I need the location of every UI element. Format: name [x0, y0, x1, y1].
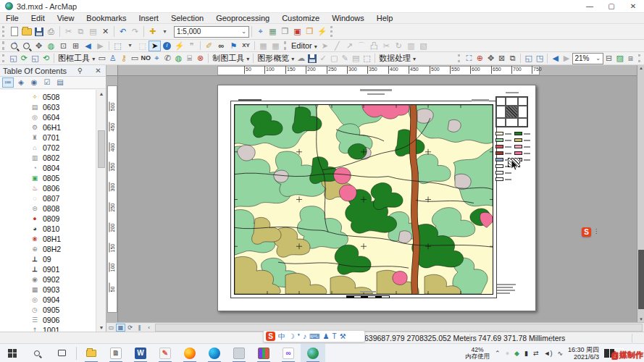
pause-drawing-button[interactable]: ∥	[135, 324, 144, 332]
close-icon[interactable]: ✕	[93, 67, 103, 75]
sketch-tool-icon[interactable]: ╱	[331, 41, 343, 51]
edit-vertices-icon[interactable]: ⌖	[254, 26, 267, 37]
grab-tool-icon[interactable]: ✆	[162, 53, 173, 64]
pan-icon[interactable]: ✥	[33, 41, 45, 51]
antivirus-shield-icon[interactable]: ◆	[514, 350, 519, 357]
table-icon[interactable]: ▦	[267, 26, 279, 37]
menu-windows[interactable]: Windows	[332, 14, 364, 22]
toolbar-grip[interactable]	[2, 26, 6, 37]
mapping-tools-menu[interactable]: 制图工具 ▾	[211, 53, 251, 64]
save-edits-icon[interactable]	[306, 53, 317, 64]
memory-usage-readout[interactable]: 42%内存使用	[465, 347, 490, 360]
toc-layer-0904[interactable]: ◎0904	[0, 295, 96, 305]
toc-layer-0808[interactable]: ⊜0808	[0, 203, 96, 214]
network-icon[interactable]: ∿	[557, 350, 563, 357]
scale-bar[interactable]	[346, 295, 390, 298]
refresh-view-2-icon[interactable]: ⟲	[41, 53, 51, 64]
toolbox-icon[interactable]: ▣	[291, 26, 304, 37]
select-features-icon[interactable]: ⬚	[112, 41, 124, 51]
sogou-logo-icon[interactable]: S	[266, 332, 275, 341]
close-button[interactable]: ✕	[622, 0, 644, 13]
menu-help[interactable]: Help	[377, 14, 393, 22]
magnifier-globe-icon[interactable]: ⌖	[151, 53, 162, 64]
taskbar-app-design-tool[interactable]: ✎	[153, 344, 177, 362]
no-button[interactable]: NO	[141, 53, 151, 64]
editor-arrow-icon[interactable]: ➤	[319, 41, 331, 51]
toc-layer-0901[interactable]: ⊥0901	[0, 264, 96, 274]
surveyor-icon[interactable]: ♙	[107, 53, 118, 64]
toc-layer-0807[interactable]: ◌0807	[0, 193, 96, 203]
sogou-floating-icon[interactable]: S ⋮	[582, 227, 601, 237]
toc-layer-06H1[interactable]: ⚙06H1	[0, 122, 96, 132]
fixed-zoom-out-page-icon[interactable]: ⊠	[496, 53, 507, 64]
pin-icon[interactable]: ⚲	[75, 67, 85, 75]
key-tool-icon[interactable]: ⚷	[118, 53, 129, 64]
rotate-tool-icon[interactable]: ↻	[393, 41, 405, 51]
horizontal-scrollbar[interactable]	[155, 324, 643, 332]
refresh-view-button[interactable]: ⟳	[125, 324, 135, 332]
open-table-2-icon[interactable]: ▦	[269, 41, 282, 51]
toolbox-icon[interactable]: ⚒	[340, 333, 346, 340]
print-icon[interactable]: ⎙	[45, 26, 57, 37]
toc-layer-0802[interactable]: ▥0802	[0, 153, 96, 163]
open-table-icon[interactable]: ▦	[257, 41, 269, 51]
toc-layer-0903[interactable]: ▦0903	[0, 285, 96, 295]
attributes-icon[interactable]: ▥	[405, 41, 417, 51]
toc-layer-1001[interactable]: ↥1001	[0, 325, 96, 332]
resize-page-icon[interactable]: ⧉	[507, 53, 518, 64]
scroll-down-icon[interactable]: ▼	[96, 325, 106, 330]
add-data-icon[interactable]: ✚	[146, 26, 159, 37]
find-binoculars-icon[interactable]: ∞	[215, 41, 227, 51]
toc-layer-0701[interactable]: ♜0701	[0, 132, 96, 143]
layout-view-button[interactable]: ▦	[116, 324, 125, 332]
scrollbar-thumb[interactable]	[98, 130, 105, 168]
add-data-dropdown-icon[interactable]: ▾	[159, 26, 171, 37]
tray-circle-icon[interactable]: ●	[506, 350, 509, 357]
chevron-up-icon[interactable]: ⌃	[495, 350, 501, 357]
menu-selection[interactable]: Selection	[171, 14, 204, 22]
paste-icon[interactable]: ▤	[87, 26, 99, 37]
list-by-visibility-icon[interactable]: ◉	[28, 77, 40, 88]
monitor-icon[interactable]: ⌸	[184, 53, 195, 64]
scroll-down-icon[interactable]: ▼	[637, 317, 644, 321]
layout-zoom-combo[interactable]: 21% ⌄	[572, 53, 604, 64]
ime-toolbar[interactable]: S 中 ☽ ❜ ♪ ⌨ ♟ T ⚒	[263, 330, 365, 342]
trace-tool-icon[interactable]: ⌒	[356, 41, 368, 51]
full-extent-globe-icon[interactable]: ◍	[45, 41, 57, 51]
zoom-whole-page-icon[interactable]: ⛶	[464, 53, 474, 64]
battery-icon[interactable]: ▮	[524, 350, 528, 357]
copy-icon[interactable]: ⧉	[75, 26, 87, 37]
toolbar-grip[interactable]	[2, 54, 6, 63]
menu-insert[interactable]: Insert	[138, 14, 159, 22]
layout-page[interactable]	[217, 85, 536, 311]
clear-selection-icon[interactable]: ⬚	[136, 41, 149, 51]
focus-frame-icon[interactable]: ◳	[534, 53, 545, 64]
open-icon[interactable]	[20, 26, 33, 37]
toggle-draft-icon[interactable]: ◱	[523, 53, 534, 64]
dashed-select-icon[interactable]: ⬚	[361, 53, 372, 64]
shirt-icon[interactable]: T	[333, 333, 337, 340]
locator-index-grid[interactable]	[495, 96, 528, 127]
pan-page-icon[interactable]: ✥	[485, 53, 496, 64]
toc-options-icon[interactable]: ▤	[54, 77, 66, 88]
html-popup-icon[interactable]: ❞	[185, 41, 198, 51]
toc-layer-0603[interactable]: ▤0603	[0, 102, 96, 112]
measure-icon[interactable]: ✐	[203, 41, 215, 51]
usb-icon[interactable]: ⇄	[533, 350, 539, 357]
toolbar-grip[interactable]	[2, 41, 6, 49]
cloud-icon[interactable]: ☁	[296, 53, 306, 64]
toolbar-grip[interactable]	[458, 54, 461, 63]
frame-tools-menu[interactable]: 图框工具 ▾	[57, 53, 96, 64]
redo-icon[interactable]: ↷	[129, 26, 141, 37]
map-frame[interactable]	[234, 104, 493, 295]
scrollbar-thumb[interactable]	[638, 250, 644, 309]
menu-file[interactable]: File	[6, 14, 19, 22]
fixed-zoom-out-icon[interactable]: ⊞	[70, 41, 82, 51]
minimize-button[interactable]: —	[579, 0, 601, 13]
page-edit-icon[interactable]: ▨	[614, 53, 625, 64]
forward-page-icon[interactable]: ▶	[561, 53, 572, 64]
apply-icon[interactable]: ✓	[317, 53, 328, 64]
list-by-drawing-order-icon[interactable]: ≔	[2, 77, 14, 88]
back-page-icon[interactable]: ◀	[550, 53, 561, 64]
layout-canvas[interactable]: 50 100 150 200 250 300 350 400 450 500 5…	[106, 65, 644, 332]
